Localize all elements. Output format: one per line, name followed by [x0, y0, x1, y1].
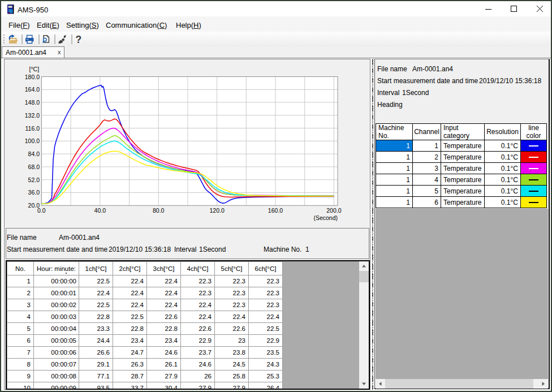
svg-text:164.0: 164.0: [25, 86, 40, 93]
svg-text:68.0: 68.0: [28, 163, 40, 170]
svg-text:0.0: 0.0: [37, 207, 46, 214]
svg-text:116.0: 116.0: [25, 125, 40, 132]
svg-text:36.0: 36.0: [28, 189, 40, 196]
svg-text:160.0: 160.0: [268, 207, 283, 214]
svg-text:84.0: 84.0: [28, 150, 40, 157]
svg-text:?: ?: [76, 34, 82, 45]
svg-text:40.0: 40.0: [94, 207, 106, 214]
svg-text:100.0: 100.0: [25, 137, 40, 144]
svg-text:52.0: 52.0: [28, 176, 40, 183]
svg-text:[°C]: [°C]: [29, 66, 40, 72]
svg-text:120.0: 120.0: [209, 207, 224, 214]
svg-text:200.0: 200.0: [326, 207, 341, 214]
svg-text:148.0: 148.0: [25, 99, 40, 106]
svg-text:180.0: 180.0: [25, 74, 40, 80]
svg-text:(Second): (Second): [313, 214, 338, 221]
svg-text:80.0: 80.0: [153, 207, 165, 214]
svg-text:132.0: 132.0: [25, 112, 40, 119]
